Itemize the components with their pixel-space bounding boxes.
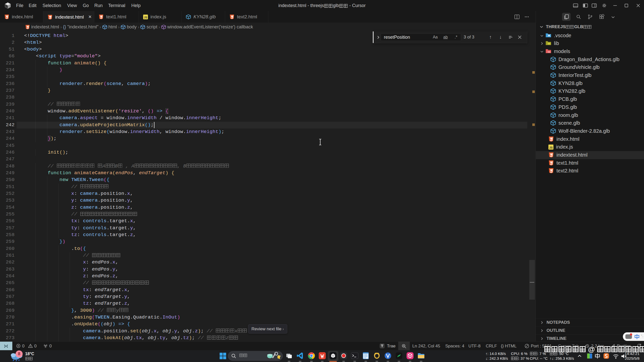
svg-text:JS: JS (549, 146, 552, 149)
